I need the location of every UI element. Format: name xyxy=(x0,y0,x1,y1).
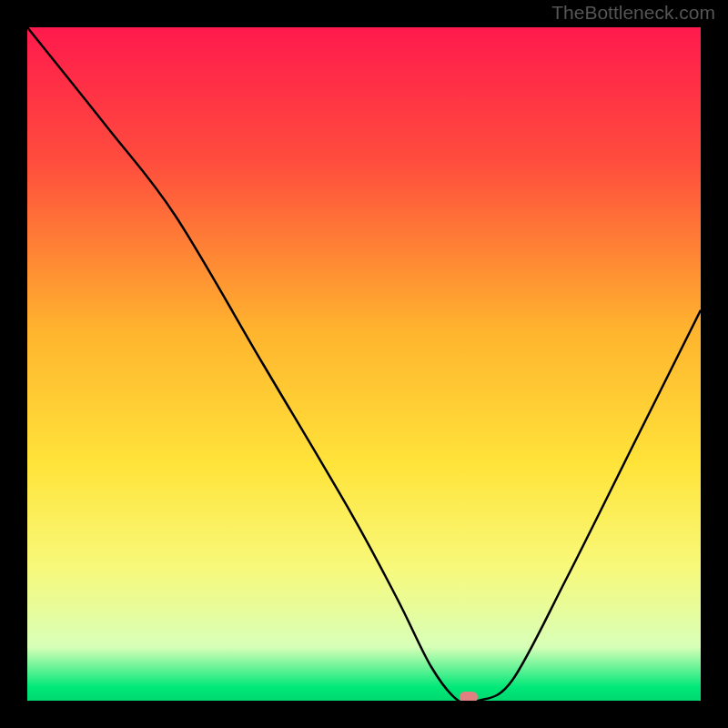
chart-container: TheBottleneck.com xyxy=(0,0,728,728)
bottleneck-curve xyxy=(27,27,701,701)
watermark-label: TheBottleneck.com xyxy=(551,2,715,24)
plot-area xyxy=(27,27,701,701)
optimal-marker xyxy=(460,692,478,701)
